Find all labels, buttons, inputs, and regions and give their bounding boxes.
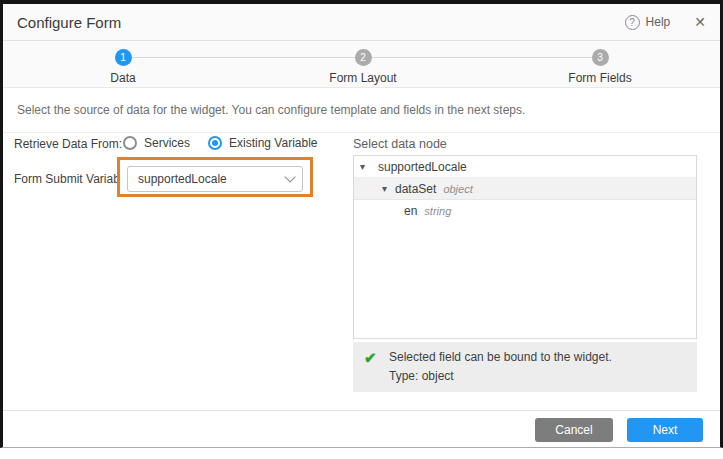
tree-row-en[interactable]: en string xyxy=(354,200,696,222)
step-2-label: Form Layout xyxy=(329,71,396,85)
step-form-fields[interactable]: 3 Form Fields xyxy=(530,49,670,85)
radio-existing-variable[interactable]: Existing Variable xyxy=(208,136,318,150)
highlight-outline: supportedLocale xyxy=(117,157,313,197)
configure-form-dialog: Configure Form ? Help ✕ 1 Data 2 Form La… xyxy=(0,0,723,448)
chevron-down-icon xyxy=(284,171,295,182)
tree-node-type: object xyxy=(443,183,472,195)
radio-services[interactable]: Services xyxy=(123,136,190,150)
status-message-box: ✔ Selected field can be bound to the wid… xyxy=(353,342,697,392)
help-link[interactable]: Help xyxy=(646,15,671,29)
tree-node-label: dataSet xyxy=(395,182,436,196)
description-text: Select the source of data for the widget… xyxy=(3,88,720,133)
stepper: 1 Data 2 Form Layout 3 Form Fields xyxy=(3,41,720,88)
tree-expand-icon[interactable]: ▾ xyxy=(382,183,395,194)
tree-node-label: en xyxy=(404,204,417,218)
radio-existing-variable-circle xyxy=(208,136,222,150)
step-1-circle: 1 xyxy=(115,49,132,66)
step-1-label: Data xyxy=(110,71,135,85)
cancel-button[interactable]: Cancel xyxy=(535,418,613,442)
form-submit-variable-label: Form Submit Variable: xyxy=(14,172,132,186)
tree-expand-icon[interactable]: ▾ xyxy=(360,161,378,172)
dialog-body: Retrieve Data From: Services Existing Va… xyxy=(3,133,720,410)
retrieve-data-label: Retrieve Data From: xyxy=(14,137,122,151)
tree-row-dataset[interactable]: ▾ dataSet object xyxy=(354,178,696,200)
dialog-header: Configure Form ? Help ✕ xyxy=(3,4,720,41)
data-node-tree: ▾ supportedLocale ▾ dataSet object en st… xyxy=(353,155,697,339)
step-2-circle: 2 xyxy=(355,49,372,66)
close-icon[interactable]: ✕ xyxy=(694,14,706,30)
step-data[interactable]: 1 Data xyxy=(53,49,193,85)
form-submit-variable-select[interactable]: supportedLocale xyxy=(127,166,303,192)
status-type: Type: object xyxy=(389,369,454,383)
tree-node-type: string xyxy=(424,205,451,217)
step-3-circle: 3 xyxy=(592,49,609,66)
radio-existing-variable-label: Existing Variable xyxy=(229,136,318,150)
check-icon: ✔ xyxy=(364,349,377,367)
status-message: Selected field can be bound to the widge… xyxy=(389,350,612,364)
retrieve-data-radio-group: Services Existing Variable xyxy=(123,136,318,150)
step-3-label: Form Fields xyxy=(568,71,631,85)
page-title: Configure Form xyxy=(17,14,121,31)
tree-row-supportedlocale[interactable]: ▾ supportedLocale xyxy=(354,156,696,178)
form-submit-variable-value: supportedLocale xyxy=(138,172,227,186)
select-data-node-title: Select data node xyxy=(353,137,447,151)
dialog-footer: Cancel Next xyxy=(3,410,720,446)
next-button[interactable]: Next xyxy=(627,418,703,442)
radio-services-label: Services xyxy=(144,136,190,150)
help-icon[interactable]: ? xyxy=(625,15,640,30)
tree-node-label: supportedLocale xyxy=(378,160,467,174)
radio-services-circle xyxy=(123,136,137,150)
step-form-layout[interactable]: 2 Form Layout xyxy=(293,49,433,85)
